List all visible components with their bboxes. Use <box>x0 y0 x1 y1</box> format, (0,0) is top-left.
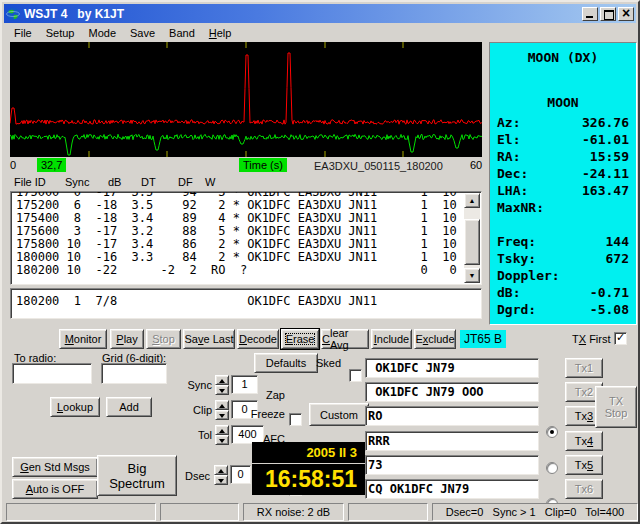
menu-item[interactable]: Mode <box>81 25 123 41</box>
zap-checkbox[interactable] <box>289 413 302 426</box>
title-bar: WSJT 4 by K1JT <box>4 4 636 23</box>
lookup-button[interactable]: Lookup <box>50 397 100 417</box>
astro-label: LHA: <box>497 182 528 199</box>
col-dt: DT <box>141 176 156 188</box>
erase-button[interactable]: Erase <box>281 329 319 349</box>
grid-input[interactable] <box>101 363 167 384</box>
tx1-radio[interactable] <box>546 426 558 438</box>
menu-item[interactable]: Help <box>202 25 239 41</box>
dsec-down-icon[interactable] <box>214 475 228 485</box>
stop-button: Stop <box>146 329 181 349</box>
tx1-message-input[interactable] <box>365 358 539 378</box>
save-last-button[interactable]: Save Last <box>183 329 235 349</box>
tx3-message-input[interactable] <box>365 406 539 426</box>
dsec-up-icon[interactable] <box>214 465 228 475</box>
tx5-message-input[interactable] <box>365 455 539 475</box>
astro-label: Az: <box>497 114 520 131</box>
astro-panel: MOON (DX) MOON Az: 326.76 El: -61.01 RA:… <box>489 42 637 325</box>
astro-label: Dgrd: <box>497 301 536 318</box>
decoded-text-box[interactable]: 175000 0 -17 3.5 94 3 * OK1DFC EA3DXU JN… <box>10 191 482 285</box>
minimize-button[interactable] <box>582 7 598 21</box>
exclude-button[interactable]: Exclude <box>414 329 456 349</box>
close-button[interactable] <box>618 7 634 21</box>
tx6-message-input[interactable] <box>365 479 539 499</box>
dsec-stepper[interactable] <box>214 465 228 485</box>
astro-label: El: <box>497 131 520 148</box>
sync-up-icon[interactable] <box>215 375 229 385</box>
status-settings: Dsec=0 Sync > 1 Clip=0 Tol=400 <box>432 503 638 521</box>
astro-row: Az: 326.76 <box>490 114 636 131</box>
status-panel-4 <box>348 503 428 521</box>
tx6-button: Tx6 <box>565 479 603 499</box>
time-axis-label: Time (s) <box>239 158 287 172</box>
scroll-up-button[interactable]: ▲ <box>464 193 480 208</box>
astro-label: RA: <box>497 148 520 165</box>
big-spectrum-button[interactable]: Big Spectrum <box>97 455 177 496</box>
tx-first-checkbox[interactable] <box>614 332 627 345</box>
astro-label: Freq: <box>497 233 536 250</box>
spectrum-traces <box>10 42 482 157</box>
astro-target: MOON <box>490 95 636 110</box>
to-radio-input[interactable] <box>12 363 92 384</box>
astro-row: Tsky: 672 <box>490 250 636 267</box>
tx-stop-button: TX Stop <box>595 386 637 428</box>
play-button[interactable]: Play <box>110 329 144 349</box>
astro-value: 326.76 <box>582 114 629 131</box>
wav-file-name: EA3DXU_050115_180200 <box>314 160 443 172</box>
status-rx-noise: RX noise: 2 dB <box>243 503 344 521</box>
cursor-frequency-label: 32,7 <box>37 158 66 172</box>
tx-first-label: TX First <box>572 333 611 345</box>
app-globe-icon[interactable] <box>6 7 20 21</box>
astro-value: 15:59 <box>590 148 629 165</box>
dsec-value: 0 <box>230 465 251 484</box>
defaults-button[interactable]: Defaults <box>254 353 318 373</box>
sync-label: Sync <box>172 379 212 391</box>
menu-item[interactable]: Save <box>123 25 162 41</box>
tx2-radio[interactable] <box>546 462 558 474</box>
astro-row: LHA: 163.47 <box>490 182 636 199</box>
col-df: DF <box>178 176 193 188</box>
astro-label: Tsky: <box>497 250 536 267</box>
astro-row: Doppler: <box>490 267 636 284</box>
astro-label: Doppler: <box>497 267 560 284</box>
average-text-box[interactable]: 180200 1 7/8 OK1DFC EA3DXU JN11 <box>10 288 482 319</box>
monitor-button[interactable]: Monitor <box>59 329 107 349</box>
col-file-id: File ID <box>14 176 46 188</box>
col-sync: Sync <box>65 176 89 188</box>
maximize-button[interactable] <box>600 7 616 21</box>
tx2-message-input[interactable] <box>365 382 539 402</box>
col-w: W <box>205 176 215 188</box>
clear-avg-button[interactable]: Clear Avg <box>321 329 369 349</box>
tol-label: Tol <box>172 429 212 441</box>
scroll-down-button[interactable]: ▼ <box>464 268 480 283</box>
tx4-message-input[interactable] <box>365 431 539 451</box>
sked-checkbox[interactable] <box>349 369 362 382</box>
astro-value: -61.01 <box>582 131 629 148</box>
scroll-thumb[interactable] <box>464 219 480 265</box>
astro-rows: Az: 326.76 El: -61.01 RA: 15:59 Dec: -24… <box>490 114 636 318</box>
menu-item[interactable]: Band <box>162 25 202 41</box>
window-title: WSJT 4 by K1JT <box>24 7 580 21</box>
spectrum-display[interactable] <box>10 42 482 157</box>
utc-time: 16:58:51 <box>252 464 365 495</box>
astro-row: RA: 15:59 <box>490 148 636 165</box>
decode-button[interactable]: Decode <box>237 329 279 349</box>
auto-toggle-button[interactable]: Auto is OFF <box>12 479 98 499</box>
astro-label: dB: <box>497 284 520 301</box>
include-button[interactable]: Include <box>371 329 412 349</box>
menu-item[interactable]: File <box>7 25 39 41</box>
wsjt-window: WSJT 4 by K1JT FileSetupModeSaveBandHelp… <box>0 0 640 524</box>
astro-value: -5.08 <box>590 301 629 318</box>
gen-std-msgs-button[interactable]: Gen Std Msgs <box>12 457 98 477</box>
astro-value: 144 <box>606 233 629 250</box>
scale-end: 60 <box>470 159 482 171</box>
custom-button[interactable]: Custom <box>309 403 369 426</box>
decode-scrollbar[interactable]: ▲ ▼ <box>464 193 480 283</box>
tx5-button[interactable]: Tx5 <box>565 455 603 475</box>
tx4-button[interactable]: Tx4 <box>565 431 603 451</box>
astro-row: Dgrd: -5.08 <box>490 301 636 318</box>
add-button[interactable]: Add <box>106 397 152 417</box>
astro-row: dB: -0.71 <box>490 284 636 301</box>
menu-bar: FileSetupModeSaveBandHelp <box>4 23 636 42</box>
menu-item[interactable]: Setup <box>39 25 82 41</box>
